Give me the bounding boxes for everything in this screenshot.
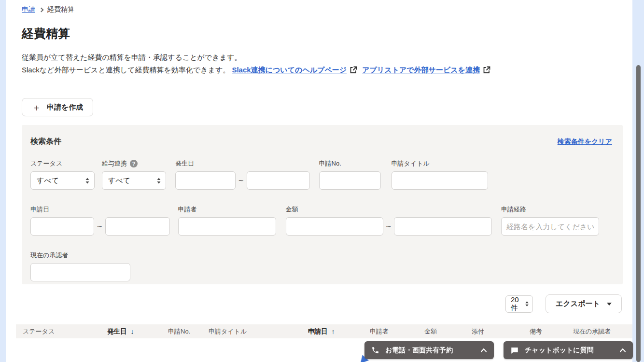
- current-approver-input[interactable]: [30, 263, 130, 281]
- chevron-right-icon: [39, 7, 44, 12]
- request-date-label: 申請日: [30, 205, 49, 214]
- page-title: 経費精算: [22, 26, 632, 42]
- chatbot-label: チャットボットに質問: [525, 346, 619, 355]
- list-controls: 20件 エクスポート: [6, 294, 622, 313]
- column-header-occurrence-date[interactable]: 発生日↓: [107, 327, 168, 336]
- route-input[interactable]: [501, 217, 599, 236]
- request-date-filter: 申請日 ~: [30, 205, 170, 236]
- payroll-link-filter: 給与連携 ? すべて: [102, 159, 166, 190]
- range-separator: ~: [383, 222, 394, 232]
- slack-help-link[interactable]: Slack連携についてのヘルプページ: [232, 66, 347, 74]
- phone-support-label: お電話・画面共有予約: [385, 346, 480, 355]
- range-separator: ~: [236, 176, 247, 186]
- select-stepper-icon: [85, 177, 90, 184]
- amount-filter: 金額 ~: [286, 205, 492, 236]
- column-header-amount: 金額: [424, 327, 472, 336]
- export-button[interactable]: エクスポート: [546, 294, 622, 313]
- description-line-1: 従業員が立て替えた経費の精算を申請・承認することができます。: [22, 51, 632, 64]
- column-header-status: ステータス: [23, 327, 107, 336]
- column-header-remarks: 備考: [530, 327, 573, 336]
- main-content: 申請 経費精算 経費精算 従業員が立て替えた経費の精算を申請・承認することができ…: [6, 0, 632, 362]
- caret-down-icon: [607, 303, 612, 306]
- breadcrumb-current: 経費精算: [47, 5, 74, 14]
- amount-label: 金額: [286, 205, 298, 214]
- status-select-value: すべて: [37, 176, 59, 185]
- occurrence-date-label: 発生日: [175, 159, 194, 168]
- per-page-select[interactable]: 20件: [505, 295, 533, 313]
- request-date-to-input[interactable]: [105, 217, 170, 236]
- route-filter: 申請経路: [501, 205, 599, 236]
- chat-bubble-icon: [510, 346, 519, 355]
- range-separator: ~: [94, 222, 105, 232]
- breadcrumb-link-application[interactable]: 申請: [22, 5, 35, 14]
- request-no-input[interactable]: [319, 171, 381, 190]
- breadcrumb: 申請 経費精算: [6, 0, 632, 14]
- column-header-applicant: 申請者: [370, 327, 424, 336]
- table-header-row: ステータス 発生日↓ 申請No. 申請タイトル 申請日↑ 申請者 金額 添付 備…: [16, 324, 632, 338]
- phone-support-widget-button[interactable]: お電話・画面共有予約: [364, 341, 494, 359]
- chevron-up-icon: [480, 348, 487, 352]
- request-date-from-input[interactable]: [30, 217, 94, 236]
- request-title-filter: 申請タイトル: [392, 159, 488, 190]
- phone-icon: [371, 346, 379, 354]
- sort-desc-icon[interactable]: ↓: [131, 328, 134, 335]
- status-select[interactable]: すべて: [30, 171, 95, 190]
- plus-icon: ＋: [32, 103, 41, 112]
- applicant-label: 申請者: [178, 205, 197, 214]
- select-stepper-icon: [525, 300, 529, 307]
- amount-to-input[interactable]: [394, 217, 492, 236]
- column-header-request-title: 申請タイトル: [209, 327, 308, 336]
- current-approver-filter: 現在の承認者: [30, 251, 130, 281]
- export-label: エクスポート: [556, 299, 600, 308]
- chatbot-widget-button[interactable]: チャットボットに質問: [504, 341, 633, 359]
- request-no-filter: 申請No.: [319, 159, 381, 190]
- clear-search-conditions-link[interactable]: 検索条件をクリア: [558, 138, 612, 146]
- request-title-input[interactable]: [392, 171, 488, 190]
- request-title-label: 申請タイトル: [392, 159, 430, 168]
- app-store-link[interactable]: アプリストアで外部サービスを連携: [362, 66, 480, 74]
- payroll-link-label: 給与連携: [102, 159, 127, 168]
- create-request-button[interactable]: ＋ 申請を作成: [22, 98, 93, 116]
- payroll-link-select-value: すべて: [108, 176, 130, 185]
- amount-from-input[interactable]: [286, 217, 383, 236]
- applicant-filter: 申請者: [178, 205, 276, 236]
- search-panel-title: 検索条件: [30, 137, 612, 147]
- description-line-2: Slackなど外部サービスと連携して経費精算を効率化できます。 Slack連携に…: [22, 64, 632, 78]
- current-approver-label: 現在の承認者: [30, 251, 68, 260]
- column-header-request-date[interactable]: 申請日↑: [308, 327, 370, 336]
- search-conditions-panel: 検索条件 検索条件をクリア ステータス すべて 給与連携 ? すべて: [22, 125, 623, 284]
- description-line-2-text: Slackなど外部サービスと連携して経費精算を効率化できます。: [22, 66, 230, 74]
- occurrence-date-filter: 発生日 ~: [175, 159, 310, 190]
- sort-asc-icon[interactable]: ↑: [332, 328, 335, 335]
- column-header-request-no: 申請No.: [168, 327, 209, 336]
- status-filter: ステータス すべて: [30, 159, 95, 190]
- per-page-value: 20件: [511, 295, 525, 313]
- status-label: ステータス: [30, 159, 62, 168]
- chevron-up-icon: [619, 348, 626, 352]
- vertical-scrollbar-thumb[interactable]: [636, 65, 641, 362]
- payroll-link-select[interactable]: すべて: [102, 171, 166, 190]
- route-label: 申請経路: [501, 205, 526, 214]
- occurrence-date-from-input[interactable]: [175, 171, 236, 190]
- column-header-attachment: 添付: [472, 327, 530, 336]
- column-header-current-approver: 現在の承認者: [573, 327, 632, 336]
- external-link-icon: [350, 65, 357, 78]
- create-request-label: 申請を作成: [47, 103, 83, 112]
- help-icon[interactable]: ?: [130, 160, 138, 167]
- request-no-label: 申請No.: [319, 159, 341, 168]
- select-stepper-icon: [156, 177, 161, 184]
- external-link-icon: [483, 65, 490, 78]
- applicant-input[interactable]: [178, 217, 276, 236]
- page-description: 従業員が立て替えた経費の精算を申請・承認することができます。 Slackなど外部…: [22, 51, 632, 78]
- occurrence-date-to-input[interactable]: [247, 171, 310, 190]
